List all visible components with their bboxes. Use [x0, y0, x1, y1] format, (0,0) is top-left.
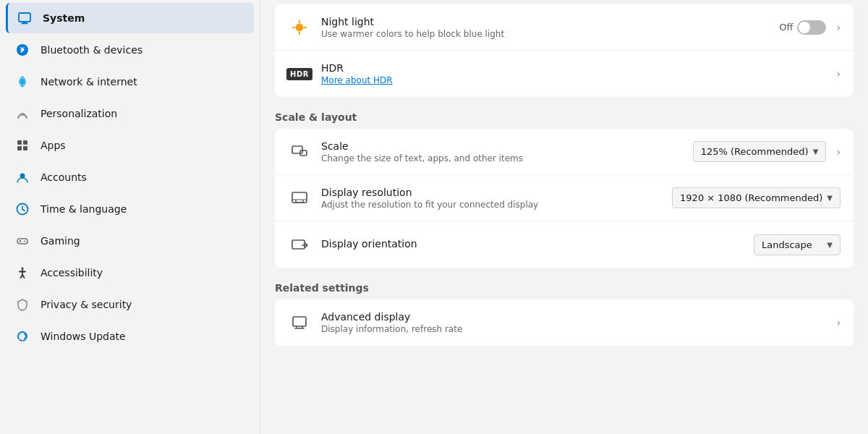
sidebar-item-bluetooth-label: Bluetooth & devices	[41, 44, 142, 56]
display-resolution-icon	[288, 187, 311, 210]
night-light-row: Night light Use warmer colors to help bl…	[275, 4, 854, 51]
scale-control: 125% (Recommended) ▼	[693, 141, 827, 162]
svg-rect-6	[17, 140, 22, 145]
scale-desc: Change the size of text, apps, and other…	[321, 153, 683, 163]
night-light-title: Night light	[321, 16, 769, 27]
svg-rect-14	[17, 239, 27, 244]
scale-dropdown[interactable]: 125% (Recommended) ▼	[693, 141, 827, 162]
advanced-display-text: Advanced display Display information, re…	[321, 311, 826, 334]
night-light-chevron: ›	[836, 22, 841, 33]
svg-point-19	[22, 268, 24, 270]
svg-point-4	[22, 83, 24, 85]
privacy-icon	[14, 297, 30, 312]
gaming-icon	[14, 233, 30, 249]
display-orientation-title: Display orientation	[321, 238, 744, 250]
time-icon	[14, 201, 30, 217]
bluetooth-icon	[14, 42, 30, 58]
sidebar-item-time[interactable]: Time & language	[6, 194, 254, 224]
sidebar-item-apps-label: Apps	[41, 140, 66, 151]
accounts-icon	[14, 169, 30, 185]
svg-point-16	[24, 241, 25, 242]
svg-rect-0	[19, 13, 30, 22]
scale-title: Scale	[321, 140, 683, 152]
display-resolution-desc: Adjust the resolution to fit your connec…	[321, 200, 662, 210]
sidebar-item-system-label: System	[43, 12, 85, 24]
orientation-control: Landscape ▼	[754, 234, 841, 255]
display-orientation-row: Display orientation Landscape ▼	[275, 221, 854, 268]
personalization-icon	[14, 106, 30, 122]
sidebar-item-network-label: Network & internet	[41, 76, 137, 88]
system-icon	[17, 10, 33, 26]
svg-rect-29	[292, 146, 302, 153]
sidebar-item-accounts-label: Accounts	[41, 171, 87, 183]
night-light-icon	[288, 16, 311, 39]
advanced-display-row: Advanced display Display information, re…	[275, 299, 854, 346]
resolution-dropdown[interactable]: 1920 × 1080 (Recommended) ▼	[672, 187, 841, 208]
sidebar-item-bluetooth[interactable]: Bluetooth & devices	[6, 35, 254, 65]
svg-point-24	[296, 24, 303, 31]
orientation-dropdown-value: Landscape	[762, 239, 812, 250]
svg-line-13	[22, 210, 25, 211]
accessibility-icon	[14, 265, 30, 281]
scale-chevron-down-icon: ▼	[813, 148, 819, 156]
sidebar-item-privacy-label: Privacy & security	[41, 299, 132, 310]
scale-dropdown-value: 125% (Recommended)	[701, 146, 809, 157]
network-icon	[14, 74, 30, 90]
sidebar-item-gaming[interactable]: Gaming	[6, 226, 254, 256]
hdr-chevron: ›	[836, 68, 841, 80]
resolution-chevron-down-icon: ▼	[827, 194, 833, 202]
svg-rect-2	[21, 23, 28, 24]
hdr-icon: HDR	[288, 62, 311, 85]
hdr-title: HDR	[321, 62, 826, 74]
night-light-text: Night light Use warmer colors to help bl…	[321, 16, 769, 39]
scale-row: Scale Change the size of text, apps, and…	[275, 129, 854, 175]
display-resolution-row: Display resolution Adjust the resolution…	[275, 175, 854, 221]
svg-rect-8	[17, 146, 22, 150]
sidebar-item-time-label: Time & language	[41, 203, 127, 215]
sidebar-item-personalization-label: Personalization	[41, 108, 117, 119]
display-resolution-text: Display resolution Adjust the resolution…	[321, 187, 662, 210]
sidebar-item-accounts[interactable]: Accounts	[6, 162, 254, 192]
hdr-link[interactable]: More about HDR	[321, 75, 826, 85]
orientation-chevron-down-icon: ▼	[827, 241, 833, 249]
sidebar-item-personalization[interactable]: Personalization	[6, 98, 254, 129]
display-orientation-icon	[288, 233, 311, 256]
sidebar-item-apps[interactable]: Apps	[6, 130, 254, 161]
sidebar-item-gaming-label: Gaming	[41, 235, 80, 247]
sidebar-item-accessibility[interactable]: Accessibility	[6, 258, 254, 288]
sidebar-item-network[interactable]: Network & internet	[6, 67, 254, 97]
scale-layout-title: Scale & layout	[275, 100, 854, 129]
update-icon	[14, 328, 30, 344]
svg-line-23	[22, 275, 25, 278]
sidebar-item-update[interactable]: Windows Update	[6, 321, 254, 352]
sidebar-item-privacy[interactable]: Privacy & security	[6, 289, 254, 320]
hdr-text: HDR More about HDR	[321, 62, 826, 85]
resolution-dropdown-value: 1920 × 1080 (Recommended)	[680, 192, 822, 203]
night-light-toggle[interactable]	[797, 20, 826, 35]
hdr-badge: HDR	[286, 68, 312, 80]
scale-text: Scale Change the size of text, apps, and…	[321, 140, 683, 163]
top-settings-card: Night light Use warmer colors to help bl…	[275, 4, 854, 97]
scale-row-chevron: ›	[836, 146, 841, 158]
svg-rect-31	[292, 192, 307, 203]
resolution-control: 1920 × 1080 (Recommended) ▼	[672, 187, 841, 208]
scale-icon	[288, 140, 311, 163]
svg-rect-9	[23, 146, 27, 150]
scale-layout-card: Scale Change the size of text, apps, and…	[275, 129, 854, 268]
svg-rect-36	[292, 240, 305, 249]
night-light-toggle-label: Off	[779, 22, 793, 33]
sidebar-item-accessibility-label: Accessibility	[41, 267, 103, 278]
sidebar: System Bluetooth & devices Network & int…	[0, 0, 260, 434]
svg-rect-38	[293, 317, 306, 326]
advanced-display-title: Advanced display	[321, 311, 826, 323]
hdr-row: HDR HDR More about HDR ›	[275, 51, 854, 97]
advanced-display-desc: Display information, refresh rate	[321, 324, 826, 334]
sidebar-item-system[interactable]: System	[6, 3, 254, 33]
display-resolution-title: Display resolution	[321, 187, 662, 198]
svg-rect-7	[23, 140, 27, 145]
related-settings-title: Related settings	[275, 271, 854, 299]
orientation-dropdown[interactable]: Landscape ▼	[754, 234, 841, 255]
apps-icon	[14, 137, 30, 153]
related-settings-card: Advanced display Display information, re…	[275, 299, 854, 346]
advanced-display-chevron: ›	[836, 317, 841, 328]
